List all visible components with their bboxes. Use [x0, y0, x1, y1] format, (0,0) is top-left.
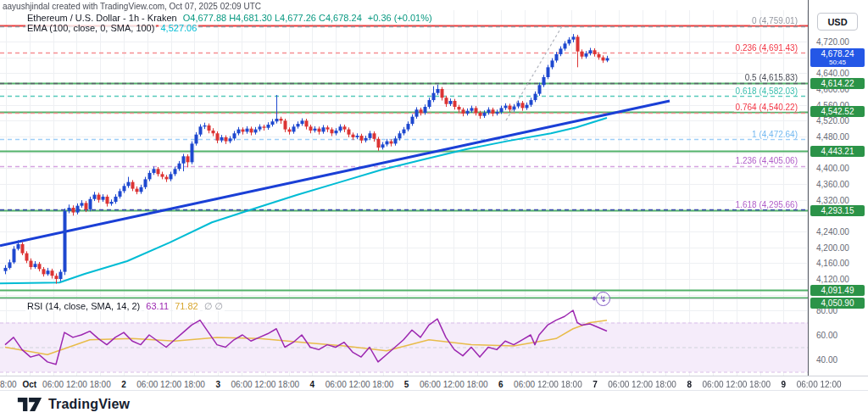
time-axis-day-label: 6: [498, 380, 504, 389]
price-chart-canvas[interactable]: [0, 0, 808, 376]
time-axis-day-label: 3: [215, 380, 220, 389]
bottom-bar: TradingView: [0, 390, 868, 418]
price-scale-label: 4,720.00: [816, 37, 849, 47]
fib-level-label: 0 (4,759.01): [750, 16, 799, 25]
price-scale-label: 4,400.00: [816, 164, 849, 173]
time-axis-day-label: 9: [782, 380, 787, 389]
time-axis-label: 18:00: [278, 380, 299, 389]
price-scale-label: 4,160.00: [816, 259, 849, 268]
time-axis-label: 18:00: [184, 380, 205, 389]
time-axis-label: 12:00: [160, 380, 181, 389]
price-scale-label: 4,320.00: [816, 196, 849, 205]
time-axis-label: 18:00: [655, 380, 676, 389]
price-scale-label: 4,360.00: [816, 180, 849, 189]
fib-level-label: 1.236 (4,405.06): [734, 156, 799, 165]
ema-title: EMA (100, close, 0, SMA, 100): [25, 23, 156, 33]
tradingview-logo-text: TradingView: [48, 397, 130, 412]
price-scale-label: 4,640.00: [816, 69, 849, 78]
time-axis-label: 12:00: [726, 380, 747, 389]
price-scale-label: 4,480.00: [816, 132, 849, 142]
time-axis-label: 18:00: [466, 380, 487, 389]
time-axis-day-label: 7: [593, 380, 598, 389]
time-axis-label: 06:00: [702, 380, 723, 389]
time-axis-label: 06:00: [797, 380, 818, 389]
rsi-title: RSI (14, close, SMA, 14, 2): [25, 301, 142, 311]
price-scale-label: 4,240.00: [816, 227, 849, 237]
level-price-badge: 4,542.52: [810, 106, 865, 117]
level-price-badge: 4,050.90: [810, 298, 865, 309]
time-axis-label: 12:00: [632, 380, 653, 389]
time-axis-day-label: 8: [687, 380, 692, 389]
time-axis-label: 12:00: [443, 380, 465, 389]
time-axis-label: 18:00: [90, 380, 111, 389]
price-scale-label: 4,520.00: [816, 116, 849, 125]
symbol-title: Ethereum / U.S. Dollar - 1h - Kraken: [25, 13, 179, 23]
symbol-legend[interactable]: Ethereum / U.S. Dollar - 1h - Kraken O4,…: [25, 13, 434, 23]
rsi-scale-label: 60.00: [816, 331, 837, 340]
tradingview-logo[interactable]: TradingView: [17, 396, 130, 413]
level-price-badge: 4,091.49: [810, 285, 865, 296]
time-axis-day-label: 2: [121, 380, 126, 389]
time-axis-label: 12:00: [66, 380, 87, 389]
time-axis-label: 12:00: [537, 380, 559, 389]
fib-level-label: 1 (4,472.64): [750, 130, 799, 139]
fib-level-label: 0.764 (4,540.22): [734, 103, 799, 112]
fib-level-label: 0.5 (4,615.83): [743, 73, 799, 82]
time-axis-label: 06:00: [231, 380, 252, 389]
time-axis-label: 06:00: [326, 380, 347, 389]
rsi-value: 63.11: [144, 301, 170, 311]
tradingview-chart-window: aayushjindal created with TradingView.co…: [0, 0, 868, 418]
time-axis-label: 18:00: [561, 380, 582, 389]
ema-legend[interactable]: EMA (100, close, 0, SMA, 100) 4,527.06: [25, 23, 198, 33]
time-axis-label: 06:00: [514, 380, 535, 389]
attribution-text: aayushjindal created with TradingView.co…: [3, 2, 261, 11]
ohlc-values: O4,677.88 H4,681.30 L4,677.26 C4,678.24: [181, 13, 364, 23]
time-axis-day-label: 4: [310, 380, 315, 389]
level-price-badge: 4,443.21: [810, 146, 865, 157]
time-axis-label: 18:00: [0, 380, 17, 389]
time-axis-label: 12:00: [820, 380, 841, 389]
price-scale-label: 4,120.00: [816, 275, 849, 284]
last-price-badge: 4,678.2450:45: [810, 48, 865, 67]
rsi-legend[interactable]: RSI (14, close, SMA, 14, 2) 63.11 71.82 …: [25, 301, 225, 312]
time-axis-label: 18:00: [749, 380, 771, 389]
level-price-badge: 4,293.15: [810, 205, 865, 216]
level-price-badge: 4,614.22: [810, 78, 865, 89]
fib-level-label: 1.618 (4,295.66): [734, 200, 799, 209]
time-axis-label: 12:00: [348, 380, 370, 389]
price-scale[interactable]: USD 4,720.004,640.004,600.004,560.004,52…: [808, 0, 868, 376]
rsi-scale-label: 40.00: [816, 355, 837, 365]
tradingview-logo-icon: [17, 396, 42, 413]
rsi-ma-value: 71.82: [173, 301, 200, 311]
rsi-empty-values: ∅ ∅: [203, 301, 225, 311]
fib-level-label: 0.236 (4,691.43): [734, 43, 799, 53]
fib-level-label: 0.618 (4,582.03): [734, 86, 799, 96]
time-axis-label: 12:00: [254, 380, 275, 389]
ema-value: 4,527.06: [159, 23, 198, 33]
time-axis[interactable]: 18:00Oct06:0012:0018:00206:0012:0018:003…: [0, 376, 868, 390]
change-value: +0.36 (+0.01%): [366, 13, 434, 23]
bar-countdown: 50:45: [813, 59, 862, 66]
lightning-sticker-icon[interactable]: ↯: [596, 292, 610, 306]
time-axis-label: 18:00: [372, 380, 393, 389]
time-axis-day-label: Oct: [22, 380, 36, 389]
price-scale-label: 4,200.00: [816, 243, 849, 253]
time-axis-label: 06:00: [136, 380, 158, 389]
time-axis-label: 06:00: [42, 380, 64, 389]
currency-toggle-button[interactable]: USD: [817, 13, 858, 31]
time-axis-label: 06:00: [420, 380, 441, 389]
time-axis-label: 06:00: [608, 380, 629, 389]
time-axis-day-label: 5: [404, 380, 409, 389]
chart-area[interactable]: Ethereum / U.S. Dollar - 1h - Kraken O4,…: [0, 0, 808, 376]
